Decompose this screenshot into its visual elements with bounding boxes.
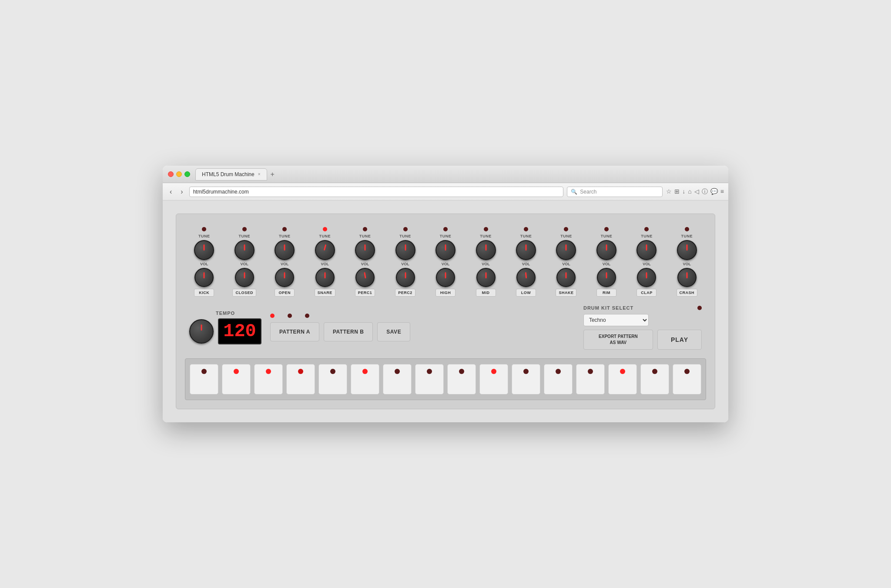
- browser-tab[interactable]: HTML5 Drum Machine ×: [195, 168, 267, 180]
- vol-knob-clap[interactable]: [637, 268, 656, 287]
- drum-kit-select[interactable]: Techno Hip Hop House Jungle: [583, 314, 649, 326]
- step-button-6[interactable]: [351, 364, 379, 394]
- save-button[interactable]: SAVE: [377, 322, 410, 341]
- step-button-15[interactable]: [640, 364, 669, 394]
- vol-knob-crash[interactable]: [677, 268, 697, 287]
- tab-close-button[interactable]: ×: [258, 172, 261, 177]
- vol-knob-open[interactable]: [275, 268, 294, 287]
- vol-knob-low[interactable]: [516, 268, 536, 287]
- play-button[interactable]: PLAY: [657, 330, 702, 350]
- tune-knob-open[interactable]: [275, 240, 295, 260]
- forward-button[interactable]: ›: [178, 187, 185, 197]
- minimize-button[interactable]: [176, 171, 182, 177]
- reader-icon[interactable]: ⊞: [674, 188, 680, 196]
- channel-label-perc1: PERC1: [355, 289, 375, 297]
- tune-knob-rim[interactable]: [596, 240, 616, 260]
- search-placeholder: Search: [580, 189, 596, 195]
- step-button-7[interactable]: [383, 364, 412, 394]
- pattern-leds-row: [270, 314, 410, 318]
- channel-label-kick: KICK: [194, 289, 214, 297]
- vol-knob-closed[interactable]: [235, 268, 254, 287]
- tab-bar: HTML5 Drum Machine × +: [195, 168, 723, 180]
- step-button-5[interactable]: [318, 364, 347, 394]
- step-button-1[interactable]: [190, 364, 218, 394]
- url-text: html5drummachine.com: [193, 189, 249, 195]
- vol-label-rim: VOL: [603, 262, 611, 266]
- maximize-button[interactable]: [184, 171, 190, 177]
- messages-icon[interactable]: 💬: [710, 188, 718, 196]
- vol-knob-kick[interactable]: [194, 268, 214, 287]
- home-icon[interactable]: ⌂: [688, 188, 691, 196]
- step-button-2[interactable]: [222, 364, 251, 394]
- title-bar: HTML5 Drum Machine × +: [163, 166, 728, 183]
- channel-label-mid: MID: [476, 289, 496, 297]
- vol-knob-perc2[interactable]: [396, 268, 415, 287]
- instrument-col-kick: TUNE VOL KICK: [185, 227, 223, 297]
- vol-knob-high[interactable]: [436, 268, 455, 287]
- tune-knob-snare[interactable]: [315, 240, 335, 260]
- tune-label-shake: TUNE: [560, 234, 572, 238]
- tune-knob-crash[interactable]: [677, 240, 697, 260]
- vol-knob-mid[interactable]: [476, 268, 496, 287]
- tune-knob-shake[interactable]: [556, 240, 576, 260]
- step-led-2: [234, 369, 239, 374]
- info-icon[interactable]: ⓘ: [702, 188, 708, 196]
- instrument-col-snare: TUNE VOL SNARE: [305, 227, 344, 297]
- pattern-buttons: PATTERN A PATTERN B SAVE: [270, 322, 410, 341]
- share-icon[interactable]: ◁: [694, 188, 699, 196]
- channel-label-crash: CRASH: [677, 289, 698, 297]
- vol-label-low: VOL: [522, 262, 530, 266]
- instrument-col-high: TUNE VOL HIGH: [426, 227, 465, 297]
- tempo-knob[interactable]: [189, 319, 214, 344]
- tune-knob-perc2[interactable]: [395, 240, 415, 260]
- nav-icons: ☆ ⊞ ↓ ⌂ ◁ ⓘ 💬 ≡: [666, 188, 724, 196]
- address-bar[interactable]: html5drummachine.com: [189, 187, 564, 197]
- step-button-3[interactable]: [254, 364, 283, 394]
- vol-knob-perc1[interactable]: [355, 268, 375, 287]
- vol-knob-rim[interactable]: [597, 268, 616, 287]
- drum-machine: TUNE VOL KICK TUNE VOL CLOSED TUNE: [176, 214, 715, 409]
- search-icon: 🔍: [571, 189, 577, 195]
- tempo-label: TEMPO: [216, 311, 235, 316]
- tune-led-low: [524, 227, 528, 231]
- instruments-row: TUNE VOL KICK TUNE VOL CLOSED TUNE: [185, 227, 706, 297]
- step-led-11: [523, 369, 529, 374]
- step-button-4[interactable]: [286, 364, 315, 394]
- step-button-10[interactable]: [479, 364, 508, 394]
- close-button[interactable]: [168, 171, 174, 177]
- drum-kit-row: Techno Hip Hop House Jungle: [583, 314, 702, 326]
- step-button-8[interactable]: [415, 364, 444, 394]
- vol-label-perc2: VOL: [401, 262, 409, 266]
- download-icon[interactable]: ↓: [682, 188, 685, 196]
- back-button[interactable]: ‹: [167, 187, 174, 197]
- tune-knob-perc1[interactable]: [355, 240, 375, 260]
- tune-knob-clap[interactable]: [636, 240, 657, 260]
- vol-knob-snare[interactable]: [315, 268, 335, 287]
- menu-icon[interactable]: ≡: [720, 188, 724, 196]
- tune-knob-high[interactable]: [435, 240, 456, 260]
- pattern-b-button[interactable]: PATTERN B: [324, 322, 373, 341]
- step-led-1: [201, 369, 207, 374]
- tune-knob-mid[interactable]: [476, 240, 496, 260]
- pattern-a-button[interactable]: PATTERN A: [270, 322, 319, 341]
- tune-label-clap: TUNE: [641, 234, 653, 238]
- bookmark-icon[interactable]: ☆: [666, 188, 672, 196]
- step-button-13[interactable]: [576, 364, 605, 394]
- step-button-12[interactable]: [544, 364, 573, 394]
- tune-led-rim: [604, 227, 609, 231]
- tune-knob-kick[interactable]: [194, 240, 214, 260]
- tune-label-low: TUNE: [520, 234, 532, 238]
- vol-knob-shake[interactable]: [556, 268, 576, 287]
- instrument-col-perc1: TUNE VOL PERC1: [346, 227, 384, 297]
- tune-knob-low[interactable]: [516, 240, 536, 260]
- new-tab-button[interactable]: +: [267, 170, 278, 178]
- tune-knob-closed[interactable]: [234, 240, 255, 260]
- channel-label-perc2: PERC2: [395, 289, 415, 297]
- step-button-14[interactable]: [608, 364, 637, 394]
- step-button-16[interactable]: [673, 364, 701, 394]
- tune-label-closed: TUNE: [238, 234, 250, 238]
- export-button[interactable]: EXPORT PATTERNAS WAV: [583, 330, 653, 350]
- search-bar[interactable]: 🔍 Search: [567, 187, 663, 197]
- step-button-11[interactable]: [512, 364, 540, 394]
- step-button-9[interactable]: [447, 364, 476, 394]
